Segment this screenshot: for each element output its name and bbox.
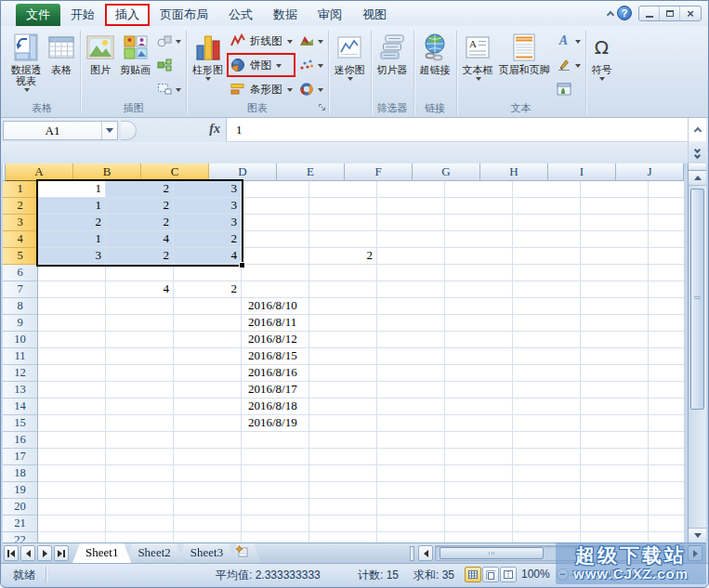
first-sheet-button[interactable] bbox=[4, 545, 19, 561]
cell-A18[interactable] bbox=[38, 465, 106, 482]
cell-J22[interactable] bbox=[649, 532, 684, 542]
formula-input[interactable]: 1 bbox=[226, 118, 688, 142]
cell-I2[interactable] bbox=[581, 198, 649, 215]
cell-E18[interactable] bbox=[309, 465, 377, 482]
cell-E20[interactable] bbox=[309, 499, 377, 516]
symbol-button[interactable]: Ω 符号 bbox=[589, 29, 615, 81]
close-button[interactable]: × bbox=[680, 7, 701, 20]
cell-F1[interactable] bbox=[377, 181, 445, 198]
cell-C5[interactable]: 4 bbox=[174, 248, 242, 265]
cell-F8[interactable] bbox=[377, 298, 445, 315]
clip-art-button[interactable]: 剪贴画 bbox=[117, 29, 153, 75]
cell-A11[interactable] bbox=[38, 348, 106, 365]
cell-J21[interactable] bbox=[649, 516, 684, 532]
cell-E4[interactable] bbox=[309, 231, 377, 248]
cell-G8[interactable] bbox=[445, 298, 513, 315]
cell-G15[interactable] bbox=[445, 415, 513, 432]
cell-D17[interactable] bbox=[242, 449, 309, 465]
cell-G11[interactable] bbox=[445, 348, 513, 365]
cell-J15[interactable] bbox=[649, 415, 684, 432]
cell-F22[interactable] bbox=[377, 532, 445, 542]
cell-B10[interactable] bbox=[106, 332, 174, 348]
cell-B17[interactable] bbox=[106, 449, 174, 465]
cell-C18[interactable] bbox=[174, 465, 242, 482]
cell-D16[interactable] bbox=[242, 432, 309, 449]
cell-B2[interactable]: 2 bbox=[106, 198, 174, 215]
cell-G1[interactable] bbox=[445, 181, 513, 198]
insert-worksheet-button[interactable] bbox=[230, 543, 261, 563]
line-chart-button[interactable]: 折线图 bbox=[227, 29, 295, 53]
cell-J14[interactable] bbox=[649, 399, 684, 415]
cell-B4[interactable]: 4 bbox=[106, 231, 174, 248]
column-header-E[interactable]: E bbox=[277, 163, 345, 181]
cell-C14[interactable] bbox=[174, 399, 242, 415]
cell-C13[interactable] bbox=[174, 382, 242, 399]
cell-H9[interactable] bbox=[513, 315, 581, 332]
sheet-tab-sheet1[interactable]: Sheet1 bbox=[72, 543, 131, 563]
row-header-5[interactable]: 5 bbox=[3, 248, 38, 265]
cell-F20[interactable] bbox=[377, 499, 445, 516]
cell-E8[interactable] bbox=[309, 298, 377, 315]
column-header-G[interactable]: G bbox=[413, 163, 480, 181]
next-sheet-button[interactable] bbox=[37, 545, 52, 561]
cell-G18[interactable] bbox=[445, 465, 513, 482]
cell-H3[interactable] bbox=[513, 215, 581, 231]
tab-formulas[interactable]: 公式 bbox=[218, 4, 263, 26]
cell-C22[interactable] bbox=[174, 532, 242, 542]
insert-function-button[interactable]: fx bbox=[177, 122, 220, 137]
cell-C2[interactable]: 3 bbox=[174, 198, 242, 215]
area-chart-button[interactable] bbox=[296, 29, 325, 53]
cell-J9[interactable] bbox=[649, 315, 684, 332]
name-box-dropdown[interactable] bbox=[101, 122, 117, 139]
cell-F10[interactable] bbox=[377, 332, 445, 348]
cell-F4[interactable] bbox=[377, 231, 445, 248]
column-header-I[interactable]: I bbox=[548, 163, 616, 181]
cell-A16[interactable] bbox=[38, 432, 106, 449]
cell-H17[interactable] bbox=[513, 449, 581, 465]
cell-I20[interactable] bbox=[581, 499, 649, 516]
cell-D7[interactable] bbox=[242, 281, 309, 298]
row-header-14[interactable]: 14 bbox=[3, 399, 38, 415]
cell-H6[interactable] bbox=[513, 265, 581, 281]
tab-file[interactable]: 文件 bbox=[16, 4, 60, 26]
zoom-level[interactable]: 100% bbox=[521, 568, 550, 581]
cell-J13[interactable] bbox=[649, 382, 684, 399]
select-all-corner[interactable] bbox=[3, 163, 6, 181]
scroll-down-button[interactable] bbox=[689, 528, 706, 542]
cell-G17[interactable] bbox=[445, 449, 513, 465]
cell-F17[interactable] bbox=[377, 449, 445, 465]
sheet-tab-sheet3[interactable]: Sheet3 bbox=[177, 543, 236, 563]
column-header-B[interactable]: B bbox=[73, 163, 141, 181]
object-button[interactable] bbox=[554, 77, 583, 101]
cell-J19[interactable] bbox=[649, 482, 684, 499]
cell-J5[interactable] bbox=[649, 248, 684, 265]
cell-H13[interactable] bbox=[513, 382, 581, 399]
column-header-J[interactable]: J bbox=[616, 163, 684, 181]
cell-J8[interactable] bbox=[649, 298, 684, 315]
cell-F15[interactable] bbox=[377, 415, 445, 432]
cell-H12[interactable] bbox=[513, 365, 581, 382]
cell-H2[interactable] bbox=[513, 198, 581, 215]
cell-E21[interactable] bbox=[309, 516, 377, 532]
cell-A6[interactable] bbox=[38, 265, 106, 281]
cell-H19[interactable] bbox=[513, 482, 581, 499]
column-header-C[interactable]: C bbox=[141, 163, 209, 181]
cell-G2[interactable] bbox=[445, 198, 513, 215]
cell-E15[interactable] bbox=[309, 415, 377, 432]
cell-I10[interactable] bbox=[581, 332, 649, 348]
cell-B18[interactable] bbox=[106, 465, 174, 482]
cell-C17[interactable] bbox=[174, 449, 242, 465]
cell-G4[interactable] bbox=[445, 231, 513, 248]
cell-D14[interactable]: 2016/8/18 bbox=[242, 399, 309, 415]
cell-C10[interactable] bbox=[174, 332, 242, 348]
row-header-8[interactable]: 8 bbox=[3, 298, 38, 315]
cell-G13[interactable] bbox=[445, 382, 513, 399]
screenshot-button[interactable] bbox=[154, 77, 183, 101]
signature-line-button[interactable] bbox=[554, 53, 583, 77]
row-header-9[interactable]: 9 bbox=[3, 315, 38, 332]
cell-G10[interactable] bbox=[445, 332, 513, 348]
cell-H7[interactable] bbox=[513, 281, 581, 298]
cell-D15[interactable]: 2016/8/19 bbox=[242, 415, 309, 432]
cell-A17[interactable] bbox=[38, 449, 106, 465]
row-header-18[interactable]: 18 bbox=[3, 465, 38, 482]
